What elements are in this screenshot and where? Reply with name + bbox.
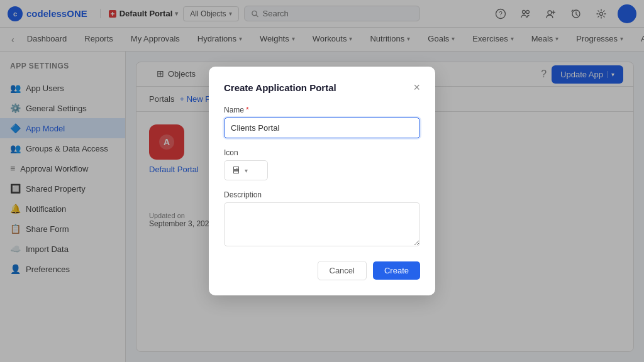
create-portal-modal: Create Application Portal × Name * Icon … — [209, 67, 435, 295]
description-label-text: Description — [224, 190, 262, 199]
cancel-button[interactable]: Cancel — [318, 261, 367, 280]
icon-label-text: Icon — [224, 148, 238, 157]
modal-overlay: Create Application Portal × Name * Icon … — [0, 0, 644, 362]
icon-form-group: Icon 🖥 ▾ — [224, 148, 420, 180]
portal-name-input[interactable] — [224, 118, 420, 138]
modal-title: Create Application Portal — [224, 82, 336, 93]
selected-icon: 🖥 — [231, 165, 241, 176]
description-form-group: Description — [224, 190, 420, 248]
name-form-group: Name * — [224, 106, 420, 138]
name-required-indicator: * — [246, 106, 249, 114]
modal-header: Create Application Portal × — [224, 82, 420, 93]
description-label: Description — [224, 190, 420, 199]
create-button[interactable]: Create — [373, 261, 420, 280]
name-label-text: Name — [224, 106, 244, 114]
name-label: Name * — [224, 106, 420, 114]
icon-label: Icon — [224, 148, 420, 157]
description-textarea[interactable] — [224, 202, 420, 246]
icon-selector[interactable]: 🖥 ▾ — [224, 160, 268, 180]
modal-footer: Cancel Create — [224, 261, 420, 280]
icon-selector-arrow: ▾ — [245, 167, 248, 174]
modal-close-button[interactable]: × — [413, 82, 420, 93]
